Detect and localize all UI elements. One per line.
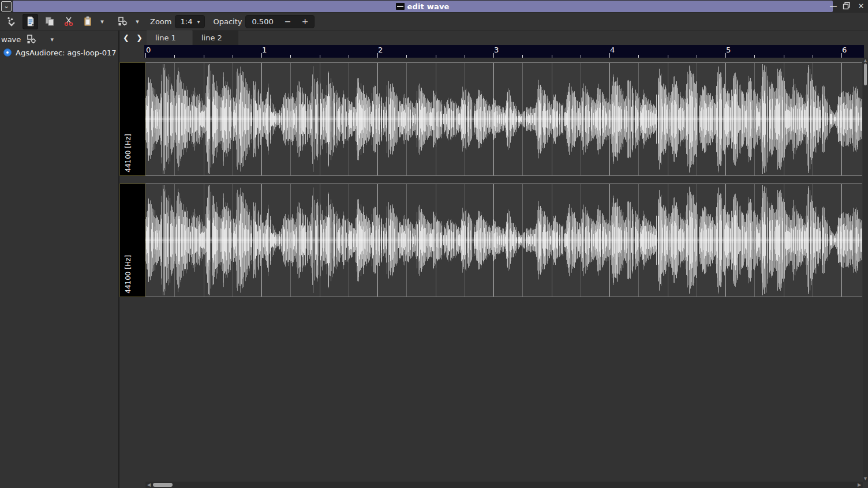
window-title: edit wave: [407, 2, 449, 11]
ruler-major-tick: [493, 53, 494, 58]
ruler-minor-tick: [436, 55, 436, 58]
zoom-label: Zoom: [150, 17, 171, 26]
ruler-minor-tick: [290, 55, 291, 58]
ruler-major-tick: [841, 53, 842, 58]
ruler-minor-tick: [349, 55, 349, 58]
ruler-number: 5: [726, 46, 731, 54]
scissors-icon: [63, 16, 74, 27]
ruler-minor-tick: [552, 55, 552, 58]
waveform-canvas-0[interactable]: [145, 63, 862, 175]
edit-wave-window: ⌄ edit wave — ✕: [0, 0, 868, 488]
opacity-decrease-button[interactable]: −: [279, 17, 297, 26]
close-button[interactable]: ✕: [856, 2, 866, 11]
copy-icon: [44, 16, 55, 27]
ruler-number: 1: [262, 46, 267, 54]
ruler-major-tick: [377, 53, 378, 58]
tab-next-button[interactable]: ❯: [133, 31, 146, 45]
tools-gear-icon: [118, 16, 128, 27]
titlebar: ⌄ edit wave — ✕: [0, 0, 868, 13]
vertical-scroll-thumb[interactable]: [864, 63, 867, 85]
time-ruler: 0123456: [144, 45, 864, 58]
tab-line-2[interactable]: line 2: [193, 31, 238, 45]
app-icon: [396, 3, 405, 10]
scroll-down-icon[interactable]: ▼: [863, 476, 868, 481]
ruler-minor-tick: [638, 55, 639, 58]
edit-toolbar: ▾ ▾ Zoom 1:4 ▾ Opacity: [0, 13, 868, 31]
ruler-number: 0: [146, 46, 151, 54]
machine-tools-button[interactable]: [27, 34, 37, 44]
machine-gear-icon: [27, 34, 37, 44]
ruler-major-tick: [261, 53, 262, 58]
tab-line-1[interactable]: line 1: [147, 31, 192, 45]
maximize-button[interactable]: [843, 2, 852, 11]
position-tool-button[interactable]: [3, 14, 19, 29]
ruler-minor-tick: [174, 55, 175, 58]
samplerate-label-0: 44100 [Hz]: [124, 134, 132, 172]
ruler-major-tick: [145, 53, 146, 58]
wave-panel-channel-1: 44100 [Hz]: [119, 183, 863, 297]
paste-button[interactable]: [80, 14, 95, 29]
ruler-minor-tick: [581, 55, 581, 58]
copy-button[interactable]: [42, 14, 57, 29]
window-shade-button[interactable]: ⌄: [1, 1, 12, 12]
tools-menu-button[interactable]: ▾: [133, 18, 142, 25]
audio-item-label: AgsAudiorec: ags-loop-017: [16, 48, 117, 57]
cut-button[interactable]: [61, 14, 76, 29]
ruler-minor-tick: [320, 55, 320, 58]
radio-selected-icon[interactable]: [3, 48, 12, 57]
opacity-value-field[interactable]: 0.500: [246, 17, 279, 26]
machine-menu-button[interactable]: ▾: [47, 36, 57, 43]
waveform-canvas-1[interactable]: [145, 184, 862, 296]
chevron-down-icon: ⌄: [3, 2, 9, 10]
ruler-minor-tick: [813, 55, 813, 58]
tab-prev-button[interactable]: ❮: [119, 31, 133, 45]
samplerate-label-1: 44100 [Hz]: [124, 255, 132, 294]
ruler-number: 6: [842, 46, 847, 54]
horizontal-scroll-thumb[interactable]: [153, 483, 173, 487]
ruler-major-tick: [725, 53, 726, 58]
scroll-right-icon[interactable]: ▶: [856, 482, 863, 488]
ruler-minor-tick: [784, 55, 784, 58]
ruler-minor-tick: [697, 55, 697, 58]
ruler-number: 3: [494, 46, 499, 54]
samplerate-strip-1: 44100 [Hz]: [119, 183, 145, 297]
ruler-number: 4: [610, 46, 615, 54]
edit-tool-button[interactable]: [23, 14, 38, 29]
line-tabbar: ❮ ❯ line 1 line 2: [119, 31, 238, 45]
paste-clipboard-icon: [83, 16, 93, 27]
ruler-minor-tick: [465, 55, 465, 58]
ruler-minor-tick: [233, 55, 233, 58]
ruler-minor-tick: [522, 55, 523, 58]
titlebar-plate[interactable]: edit wave: [13, 1, 833, 12]
horizontal-scrollbar[interactable]: ◀ ▶: [145, 482, 863, 488]
opacity-spinbutton: 0.500 − +: [245, 15, 314, 28]
wave-editor: ❮ ❯ line 1 line 2 0123456 44100 [Hz] 441…: [119, 31, 868, 488]
scroll-up-icon[interactable]: ▲: [863, 58, 868, 63]
maximize-icon: [843, 2, 851, 10]
samplerate-strip-0: 44100 [Hz]: [119, 62, 145, 176]
ruler-minor-tick: [204, 55, 204, 58]
minimize-button[interactable]: —: [829, 2, 838, 11]
ruler-minor-tick: [668, 55, 668, 58]
machine-selector-label: wave: [1, 35, 21, 44]
ruler-minor-tick: [754, 55, 755, 58]
scroll-left-icon[interactable]: ◀: [145, 482, 152, 488]
zoom-combobox[interactable]: 1:4 ▾: [175, 15, 205, 28]
wave-panel-channel-0: 44100 [Hz]: [119, 62, 863, 176]
ruler-major-tick: [609, 53, 610, 58]
edit-document-icon: [25, 16, 36, 27]
opacity-increase-button[interactable]: +: [297, 17, 314, 26]
opacity-label: Opacity: [213, 17, 242, 26]
ruler-number: 2: [378, 46, 383, 54]
vertical-scrollbar[interactable]: ▲ ▼: [863, 58, 868, 482]
tools-button[interactable]: [115, 14, 130, 29]
zoom-caret-icon: ▾: [197, 18, 200, 25]
audio-radio-row[interactable]: AgsAudiorec: ags-loop-017: [3, 47, 117, 58]
paste-menu-button[interactable]: ▾: [98, 18, 107, 25]
ruler-minor-tick: [406, 55, 407, 58]
position-tool-icon: [6, 16, 17, 27]
machine-sidebar: wave ▾ AgsAudiorec: ags-loop-0: [0, 31, 118, 488]
zoom-value: 1:4: [180, 17, 192, 26]
